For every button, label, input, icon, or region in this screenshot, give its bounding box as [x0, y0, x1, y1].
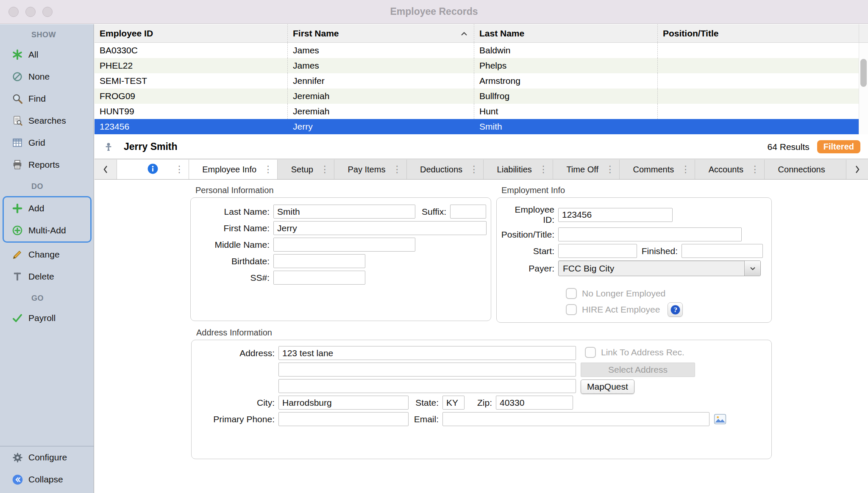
select-address-button[interactable]: Select Address — [581, 363, 695, 377]
sidebar-item-add[interactable]: Add — [4, 197, 90, 219]
mapquest-button[interactable]: MapQuest — [581, 379, 634, 394]
sidebar-item-multi-add[interactable]: Multi-Add — [4, 219, 90, 241]
tab-menu-dots[interactable]: ⋮ — [750, 165, 760, 174]
tab-menu-dots[interactable]: ⋮ — [320, 165, 329, 174]
sidebar-footer: Configure Collapse — [0, 446, 94, 493]
employment-info-group: Employment Info Employee ID: Position/Ti… — [496, 186, 772, 323]
group-box: Employee ID: Position/Title: Start: Fini… — [496, 197, 772, 323]
saved-searches-icon — [11, 115, 24, 127]
pencil-icon — [11, 249, 24, 260]
scrollbar-thumb[interactable] — [860, 59, 867, 87]
tab-connections[interactable]: Connections — [764, 160, 846, 179]
column-header-first-name[interactable]: First Name — [288, 24, 474, 42]
sidebar-item-grid[interactable]: Grid — [0, 132, 94, 154]
last-name-input[interactable] — [273, 205, 415, 219]
sidebar-item-configure[interactable]: Configure — [0, 446, 94, 468]
tab-deductions[interactable]: Deductions⋮ — [406, 160, 484, 179]
birthdate-label: Birthdate: — [195, 256, 273, 266]
filtered-badge[interactable]: Filtered — [817, 140, 860, 153]
cell-last-name: Hunt — [474, 104, 658, 119]
tab-menu-dots[interactable]: ⋮ — [175, 165, 184, 174]
tab-menu-dots[interactable]: ⋮ — [469, 165, 479, 174]
tab-comments[interactable]: Comments⋮ — [619, 160, 695, 179]
personal-information-group: Personal Information Last Name: Suffix: … — [190, 186, 491, 321]
ss-number-input[interactable] — [273, 271, 365, 285]
sidebar: SHOW All None Find Searches Grid Reports… — [0, 24, 94, 493]
tab-setup[interactable]: Setup⋮ — [277, 160, 334, 179]
sidebar-item-collapse[interactable]: Collapse — [0, 468, 94, 490]
tab-menu-dots[interactable]: ⋮ — [605, 165, 615, 174]
tab-liabilities[interactable]: Liabilities⋮ — [483, 160, 553, 179]
table-row[interactable]: BA0330C James Baldwin — [95, 43, 868, 58]
start-date-input[interactable] — [558, 244, 637, 258]
tab-pay-items[interactable]: Pay Items⋮ — [334, 160, 406, 179]
cell-last-name: Bullfrog — [474, 89, 658, 104]
sidebar-item-all[interactable]: All — [0, 44, 94, 66]
sidebar-item-change[interactable]: Change — [0, 244, 94, 266]
address-line1-input[interactable] — [278, 346, 576, 360]
table-row[interactable]: HUNT99 Jeremiah Hunt — [95, 104, 868, 119]
birthdate-input[interactable] — [273, 254, 365, 268]
cell-employee-id: BA0330C — [95, 43, 288, 58]
first-name-input[interactable] — [273, 221, 487, 235]
cell-position — [658, 58, 868, 73]
start-label: Start: — [501, 246, 558, 256]
sidebar-item-delete[interactable]: Delete — [0, 266, 94, 288]
tab-menu-dots[interactable]: ⋮ — [392, 165, 402, 174]
payer-select[interactable]: FCC Big City — [558, 260, 761, 276]
employee-id-input[interactable] — [558, 208, 673, 222]
email-compose-icon[interactable] — [714, 413, 726, 425]
last-name-label: Last Name: — [195, 207, 273, 217]
table-row[interactable]: SEMI-TEST Jennifer Armstrong — [95, 73, 868, 89]
sort-ascending-icon — [460, 28, 468, 39]
tab-menu-dots[interactable]: ⋮ — [539, 165, 548, 174]
address-label: Address: — [192, 348, 278, 358]
column-header-position[interactable]: Position/Title — [658, 24, 859, 42]
column-header-employee-id[interactable]: Employee ID — [95, 24, 288, 42]
tab-employee-info[interactable]: Employee Info⋮ — [189, 160, 277, 179]
circled-plus-icon — [11, 224, 24, 236]
primary-phone-input[interactable] — [278, 412, 409, 426]
tab-menu-dots[interactable]: ⋮ — [263, 165, 273, 174]
payer-selected-value: FCC Big City — [559, 263, 744, 274]
address-line2-input[interactable] — [278, 363, 576, 377]
payer-dropdown-button[interactable] — [744, 261, 760, 276]
link-to-address-checkbox[interactable] — [585, 347, 596, 358]
collapse-chevrons-icon — [11, 474, 24, 485]
sidebar-item-find[interactable]: Find — [0, 88, 94, 110]
zip-input[interactable] — [496, 396, 573, 410]
tabs-scroll-right-button[interactable] — [846, 160, 868, 179]
tabs-scroll-left-button[interactable] — [95, 160, 117, 179]
state-input[interactable] — [442, 396, 465, 410]
hire-act-help-button[interactable]: ? — [668, 302, 683, 317]
column-header-last-name[interactable]: Last Name — [474, 24, 658, 42]
tab-time-off[interactable]: Time Off⋮ — [553, 160, 619, 179]
suffix-input[interactable] — [450, 205, 486, 219]
hire-act-employee-checkbox[interactable] — [566, 304, 577, 315]
table-row-selected[interactable]: 123456 Jerry Smith — [95, 119, 868, 134]
city-input[interactable] — [278, 396, 409, 410]
address-line3-input[interactable] — [278, 379, 576, 393]
sidebar-item-searches[interactable]: Searches — [0, 110, 94, 132]
sidebar-item-reports[interactable]: Reports — [0, 154, 94, 176]
position-title-label: Position/Title: — [501, 230, 558, 240]
middle-name-input[interactable] — [273, 238, 415, 252]
tab-menu-dots[interactable]: ⋮ — [681, 165, 690, 174]
position-title-input[interactable] — [558, 227, 742, 241]
email-input[interactable] — [442, 412, 709, 426]
no-longer-employed-checkbox[interactable] — [566, 288, 577, 299]
sidebar-item-payroll[interactable]: Payroll — [0, 307, 94, 329]
cell-employee-id: PHEL22 — [95, 58, 288, 73]
finished-date-input[interactable] — [682, 244, 763, 258]
tab-label: Setup — [291, 165, 313, 174]
table-row[interactable]: FROG09 Jeremiah Bullfrog — [95, 89, 868, 104]
cell-employee-id: 123456 — [95, 119, 288, 134]
table-row[interactable]: PHEL22 James Phelps — [95, 58, 868, 73]
table-scrollbar[interactable] — [859, 43, 868, 134]
sidebar-item-none[interactable]: None — [0, 66, 94, 88]
cell-last-name: Baldwin — [474, 43, 658, 58]
tab-accounts[interactable]: Accounts⋮ — [695, 160, 764, 179]
sidebar-item-label: Multi-Add — [28, 225, 66, 235]
person-icon — [102, 141, 115, 153]
tab-record-info[interactable]: ⋮ — [117, 160, 189, 179]
